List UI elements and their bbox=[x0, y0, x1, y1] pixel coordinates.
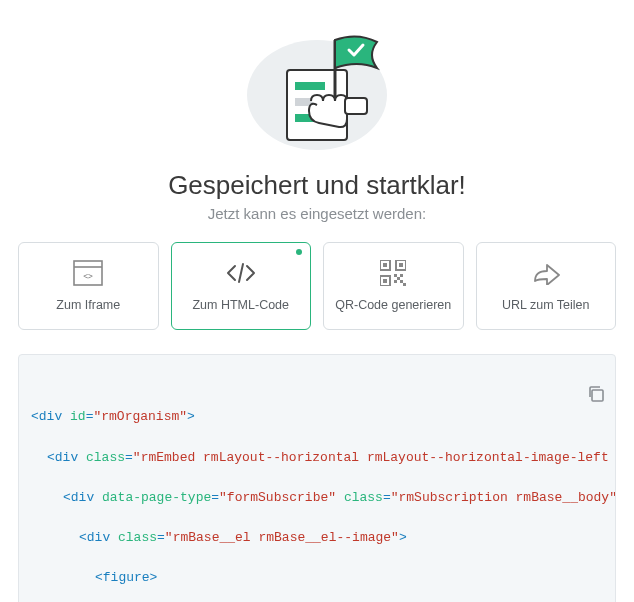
option-qr-code[interactable]: QR-Code generieren bbox=[323, 242, 464, 330]
export-options: <> Zum Iframe Zum HTML-Code bbox=[18, 242, 616, 330]
option-label: Zum Iframe bbox=[56, 298, 120, 312]
svg-rect-18 bbox=[400, 274, 403, 277]
code-line: <div id="rmOrganism"> bbox=[31, 407, 603, 427]
option-iframe[interactable]: <> Zum Iframe bbox=[18, 242, 159, 330]
option-label: URL zum Teilen bbox=[502, 298, 590, 312]
svg-rect-16 bbox=[383, 279, 387, 283]
share-icon bbox=[531, 258, 561, 288]
svg-rect-20 bbox=[400, 280, 403, 283]
qr-code-icon bbox=[380, 258, 406, 288]
svg-rect-12 bbox=[383, 263, 387, 267]
code-line: <div class="rmBase__el rmBase__el--image… bbox=[31, 528, 603, 548]
copy-button[interactable] bbox=[556, 365, 605, 430]
hero: Gespeichert und startklar! Jetzt kann es… bbox=[18, 10, 616, 222]
svg-rect-22 bbox=[403, 283, 406, 286]
page-subtitle: Jetzt kann es eingesetzt werden: bbox=[18, 205, 616, 222]
option-label: Zum HTML-Code bbox=[192, 298, 289, 312]
svg-rect-23 bbox=[592, 390, 603, 401]
svg-text:<>: <> bbox=[83, 272, 93, 281]
iframe-icon: <> bbox=[73, 258, 103, 288]
svg-rect-17 bbox=[394, 274, 397, 277]
svg-rect-2 bbox=[295, 82, 325, 90]
option-label: QR-Code generieren bbox=[335, 298, 451, 312]
svg-line-10 bbox=[239, 264, 243, 282]
html-code-output[interactable]: <div id="rmOrganism"> <div class="rmEmbe… bbox=[18, 354, 616, 602]
code-line: <div data-page-type="formSubscribe" clas… bbox=[31, 488, 603, 508]
svg-rect-19 bbox=[394, 280, 397, 283]
page-title: Gespeichert und startklar! bbox=[18, 170, 616, 201]
svg-rect-14 bbox=[399, 263, 403, 267]
option-html-code[interactable]: Zum HTML-Code bbox=[171, 242, 312, 330]
selected-indicator-icon bbox=[296, 249, 302, 255]
option-share-url[interactable]: URL zum Teilen bbox=[476, 242, 617, 330]
svg-rect-6 bbox=[345, 98, 367, 114]
svg-rect-21 bbox=[397, 277, 400, 280]
code-icon bbox=[224, 258, 258, 288]
success-flag-illustration bbox=[217, 10, 417, 160]
code-line: <div class="rmEmbed rmLayout--horizontal… bbox=[31, 448, 603, 468]
code-line: <figure> bbox=[31, 568, 603, 588]
